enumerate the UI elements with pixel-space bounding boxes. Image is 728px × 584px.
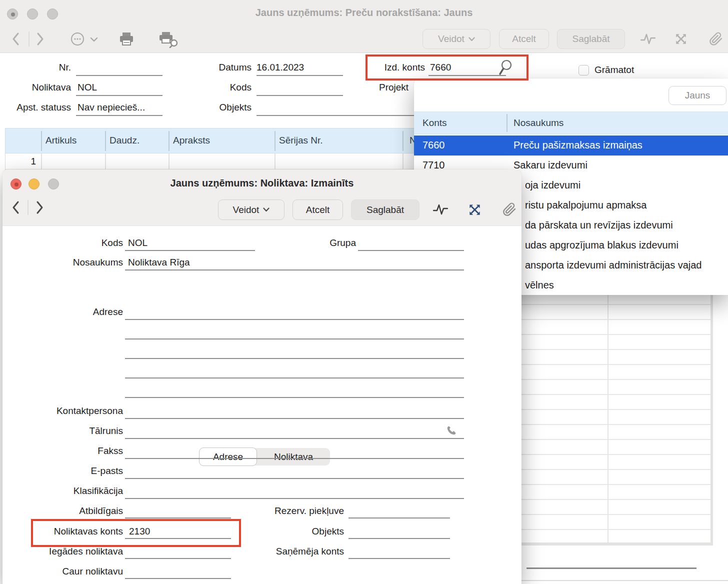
phone-icon[interactable]: [445, 424, 458, 437]
account-name: Sakaru izdevumi: [514, 160, 588, 171]
footer-field-underline[interactable]: [526, 568, 696, 569]
toolbar-divider: [28, 32, 30, 46]
chevron-down-icon: [263, 208, 270, 212]
adrese-field-3[interactable]: [125, 346, 464, 359]
objekts-label-bg: Objekts: [180, 102, 252, 113]
expand-icon[interactable]: [467, 202, 482, 216]
atcelt-label: Atcelt: [306, 204, 330, 216]
atcelt-button-bg[interactable]: Atcelt: [499, 29, 549, 49]
talrunis-label: Tālrunis: [22, 426, 123, 436]
kontaktpersona-label: Kontaktpersona: [22, 406, 123, 416]
iegades-noliktava-label: Iegādes noliktava: [22, 546, 123, 557]
adrese-field-5[interactable]: [125, 384, 464, 398]
adrese-label: Adrese: [22, 306, 123, 318]
forward-icon[interactable]: [34, 200, 46, 216]
sanemeja-konts-field[interactable]: [348, 546, 450, 559]
talrunis-field[interactable]: [125, 426, 464, 439]
objekts-field-bg[interactable]: [256, 102, 416, 116]
gramatot-label: Grāmatot: [594, 64, 634, 76]
activity-icon[interactable]: [640, 32, 656, 46]
caur-noliktavu-field[interactable]: [125, 566, 231, 579]
saglabat-label: Saglabāt: [572, 34, 610, 44]
paperclip-icon[interactable]: [708, 32, 724, 46]
jauns-button[interactable]: Jauns: [668, 86, 726, 105]
account-name: Preču pašizmaksas izmaiņas: [514, 140, 642, 151]
account-name: udas apgrozījuma blakus izdevumi: [525, 240, 678, 251]
kontaktpersona-field[interactable]: [125, 406, 464, 419]
objekts-label: Objekts: [240, 526, 344, 537]
veidot-label: Veidot: [438, 34, 464, 44]
col-artikuls: Artikuls: [46, 135, 76, 146]
veidot-button-bg[interactable]: Veidot: [422, 29, 490, 49]
account-name: da pārskata un revīzijas izdevumi: [525, 220, 673, 231]
forward-icon[interactable]: [34, 31, 46, 47]
adrese-field-1[interactable]: [125, 306, 464, 320]
gramatot-checkbox[interactable]: [578, 65, 589, 76]
table-divider: [105, 131, 106, 151]
popup-col-konts: Konts: [422, 118, 447, 128]
saglabat-button-bg[interactable]: Saglabāt: [557, 29, 625, 49]
kods-value: NOL: [128, 238, 148, 248]
fakss-field[interactable]: [125, 446, 464, 459]
atcelt-button[interactable]: Atcelt: [292, 200, 343, 220]
adrese-field-2[interactable]: [125, 326, 464, 340]
print-icon[interactable]: [118, 31, 135, 47]
col-daudz: Daudz.: [110, 135, 140, 146]
adrese-field-4[interactable]: [125, 365, 464, 378]
popup-column-divider: [506, 114, 508, 132]
nr-field[interactable]: [76, 62, 162, 76]
fg-window-title: Jauns uzņēmums: Noliktava: Izmainīts: [2, 178, 522, 189]
saglabat-button[interactable]: Saglabāt: [351, 200, 420, 220]
table-divider: [274, 131, 276, 151]
chevron-down-icon: [468, 37, 475, 42]
apst-statuss-value: Nav nepiecieš...: [78, 102, 145, 113]
operations-menu-icon[interactable]: [70, 32, 104, 46]
sanemeja-konts-label: Saņēmēja konts: [240, 546, 344, 557]
col-apraksts: Apraksts: [173, 135, 210, 146]
rezerv-field[interactable]: [348, 506, 450, 518]
zoom-button[interactable]: [48, 178, 59, 190]
atbildigais-field[interactable]: [125, 506, 231, 518]
print-preview-icon[interactable]: [158, 31, 180, 48]
jauns-label: Jauns: [685, 90, 710, 101]
grupa-field[interactable]: [358, 238, 464, 251]
table-divider: [41, 131, 42, 151]
zoom-button[interactable]: [47, 8, 58, 20]
close-button[interactable]: [7, 8, 18, 20]
kods-field-bg[interactable]: [256, 82, 343, 96]
minimize-button[interactable]: [27, 8, 38, 20]
epasts-label: E-pasts: [22, 466, 123, 476]
objekts-field[interactable]: [348, 526, 450, 539]
epasts-field[interactable]: [125, 466, 464, 479]
klasifikacija-label: Klasifikācija: [22, 486, 123, 496]
activity-icon[interactable]: [432, 202, 448, 216]
account-name: oja izdevumi: [525, 180, 580, 191]
popup-col-nosaukums: Nosaukums: [514, 118, 564, 128]
minimize-button[interactable]: [28, 178, 40, 190]
account-row-selected[interactable]: 7660 Preču pašizmaksas izmaiņas: [414, 136, 728, 156]
table-divider: [402, 131, 404, 151]
projekts-label: Projekt: [379, 82, 408, 93]
kods-label: Kods: [22, 238, 123, 248]
footer-divider: [522, 580, 728, 581]
back-icon[interactable]: [10, 200, 22, 216]
annotation-noliktavas-konts: [31, 519, 241, 547]
account-number: 7660: [422, 140, 445, 151]
nr-label: Nr.: [0, 62, 71, 73]
expand-icon[interactable]: [674, 32, 688, 46]
veidot-button[interactable]: Veidot: [218, 200, 284, 220]
grupa-label: Grupa: [280, 238, 356, 248]
account-name: ristu pakalpojumu apmaksa: [525, 200, 646, 211]
iegades-noliktava-field[interactable]: [125, 546, 231, 559]
popup-header-row: Konts Nosaukums: [414, 112, 728, 134]
apst-statuss-label: Apst. statuss: [0, 102, 71, 113]
veidot-label: Veidot: [233, 204, 260, 216]
kods-label-bg: Kods: [180, 82, 252, 93]
back-icon[interactable]: [10, 31, 22, 47]
close-button[interactable]: [10, 178, 22, 190]
col-serijas-nr: Sērijas Nr.: [279, 135, 323, 146]
paperclip-icon[interactable]: [502, 202, 517, 217]
klasifikacija-field[interactable]: [125, 486, 464, 499]
datums-value: 16.01.2023: [256, 62, 304, 73]
datums-label: Datums: [180, 62, 252, 73]
